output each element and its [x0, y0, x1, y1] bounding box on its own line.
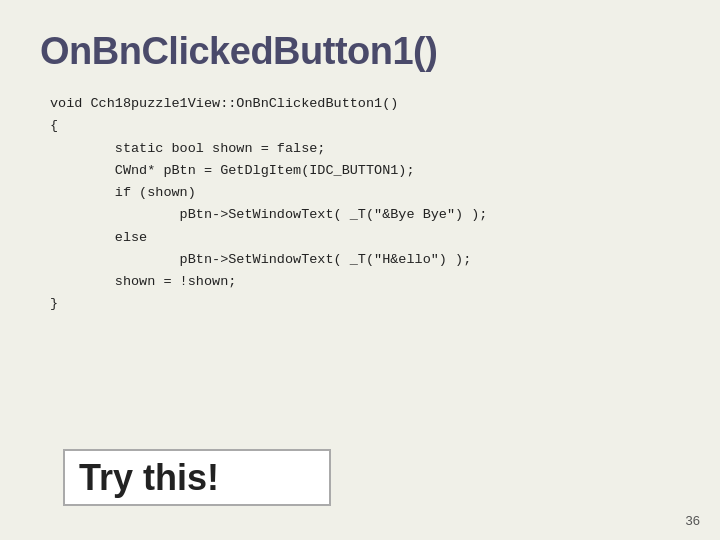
code-line-1: void Cch18puzzle1View::OnBnClickedButton…: [50, 93, 680, 115]
code-line-7: pBtn->SetWindowText( _T("&Bye Bye") );: [50, 204, 680, 226]
try-this-box[interactable]: Try this!: [63, 449, 331, 506]
code-line-2: {: [50, 115, 680, 137]
code-line-10: shown = !shown;: [50, 271, 680, 293]
code-line-3: static bool shown = false;: [50, 138, 680, 160]
slide-title: OnBnClickedButton1(): [40, 30, 680, 73]
code-line-5: CWnd* pBtn = GetDlgItem(IDC_BUTTON1);: [50, 160, 680, 182]
code-line-6: if (shown): [50, 182, 680, 204]
slide-number: 36: [686, 513, 700, 528]
try-this-label: Try this!: [79, 457, 219, 499]
code-block: void Cch18puzzle1View::OnBnClickedButton…: [50, 93, 680, 316]
code-line-8: else: [50, 227, 680, 249]
slide: OnBnClickedButton1() void Cch18puzzle1Vi…: [0, 0, 720, 540]
code-line-11: }: [50, 293, 680, 315]
code-line-9: pBtn->SetWindowText( _T("H&ello") );: [50, 249, 680, 271]
